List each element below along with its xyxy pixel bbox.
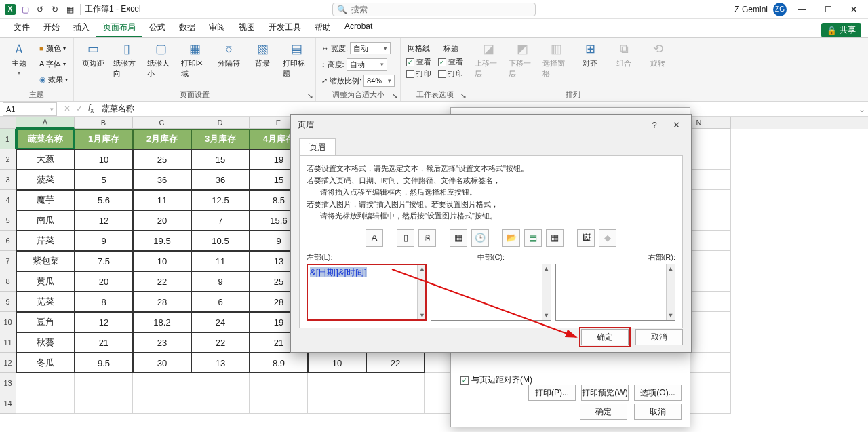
cell-A1[interactable]: 蔬菜名称 (16, 129, 75, 149)
format-picture-tool[interactable]: ◆ (599, 229, 616, 247)
cancel-formula-icon[interactable]: ✕ (64, 104, 71, 113)
scale-launcher[interactable]: ↘ (391, 92, 399, 100)
cell-D14[interactable] (191, 393, 250, 414)
cell-B12[interactable]: 9.5 (75, 353, 133, 373)
cell-A9[interactable]: 苋菜 (16, 292, 75, 312)
size-button[interactable]: ▢纸张大小 (147, 41, 174, 79)
filepath-tool[interactable]: 📂 (502, 229, 520, 247)
cell-A2[interactable]: 大葱 (16, 149, 75, 170)
row-head-2[interactable]: 2 (0, 149, 16, 170)
cell-H14[interactable] (425, 393, 443, 414)
maximize-button[interactable]: ☐ (818, 3, 838, 16)
effects-button[interactable]: ◉效果▾ (39, 72, 68, 87)
tab-视图[interactable]: 视图 (232, 19, 262, 37)
row-head-3[interactable]: 3 (0, 170, 16, 190)
print-preview-button[interactable]: 打印预览(W) (581, 385, 629, 401)
header-cancel-button[interactable]: 取消 (635, 329, 683, 345)
tab-公式[interactable]: 公式 (142, 19, 172, 37)
cell-A8[interactable]: 黄瓜 (16, 271, 75, 292)
page-count-tool[interactable]: ⎘ (418, 229, 436, 247)
row-head-14[interactable]: 14 (0, 393, 16, 414)
cell-E14[interactable] (250, 393, 308, 414)
cell-C6[interactable]: 19.5 (133, 231, 191, 251)
row-head-9[interactable]: 9 (0, 292, 16, 312)
filename-tool[interactable]: ▤ (524, 229, 542, 247)
cell-A12[interactable]: 冬瓜 (16, 353, 75, 373)
cell-D13[interactable] (191, 373, 250, 393)
qat-custom-icon[interactable]: ▦ (64, 3, 76, 16)
cell-G12[interactable]: 22 (366, 353, 425, 373)
cell-C4[interactable]: 11 (133, 190, 191, 210)
cell-B9[interactable]: 8 (75, 292, 133, 312)
cell-D2[interactable]: 15 (191, 149, 250, 170)
format-text-tool[interactable]: A (366, 229, 383, 247)
cell-B2[interactable]: 10 (75, 149, 133, 170)
col-head-B[interactable]: B (75, 117, 133, 129)
cell-C14[interactable] (133, 393, 191, 414)
avatar[interactable]: ZG (773, 3, 787, 16)
fx-icon[interactable]: fx (88, 103, 94, 114)
row-head-8[interactable]: 8 (0, 271, 16, 292)
share-button[interactable]: 🔒 共享 (821, 23, 861, 37)
cell-A13[interactable] (16, 373, 75, 393)
cell-C3[interactable]: 36 (133, 170, 191, 190)
cell-D12[interactable]: 13 (191, 353, 250, 373)
gridlines-view-check[interactable]: ✓查看 (406, 57, 431, 67)
cell-B4[interactable]: 5.6 (75, 190, 133, 210)
cell-B5[interactable]: 12 (75, 210, 133, 231)
tab-数据[interactable]: 数据 (172, 19, 202, 37)
cell-A10[interactable]: 豆角 (16, 312, 75, 332)
headings-view-check[interactable]: ✓查看 (438, 57, 463, 67)
cell-D4[interactable]: 12.5 (191, 190, 250, 210)
page-number-tool[interactable]: ▯ (397, 229, 414, 247)
cell-C8[interactable]: 22 (133, 271, 191, 292)
cell-B14[interactable] (75, 393, 133, 414)
cell-D5[interactable]: 7 (191, 210, 250, 231)
tab-开始[interactable]: 开始 (37, 19, 66, 37)
cell-D11[interactable]: 22 (191, 332, 250, 353)
name-box[interactable]: A1 (3, 102, 57, 116)
cell-B11[interactable]: 21 (75, 332, 133, 353)
align-with-margins-check[interactable]: ✓与页边距对齐(M) (460, 374, 532, 386)
save-icon[interactable]: ▢ (19, 3, 31, 16)
cell-C7[interactable]: 10 (133, 251, 191, 271)
cell-E13[interactable] (250, 373, 308, 393)
margins-button[interactable]: ▭页边距 (79, 41, 106, 68)
cell-F12[interactable]: 10 (308, 353, 366, 373)
height-dropdown[interactable]: 自动 (347, 58, 387, 71)
cell-A4[interactable]: 魔芋 (16, 190, 75, 210)
cell-E12[interactable]: 8.9 (250, 353, 308, 373)
breaks-button[interactable]: ⎏分隔符 (215, 41, 242, 68)
tab-开发工具[interactable]: 开发工具 (262, 19, 308, 37)
row-head-4[interactable]: 4 (0, 190, 16, 210)
cell-G13[interactable] (366, 373, 425, 393)
headings-print-check[interactable]: 打印 (438, 68, 463, 79)
cell-C2[interactable]: 25 (133, 149, 191, 170)
gridlines-print-check[interactable]: 打印 (406, 68, 431, 79)
insert-picture-tool[interactable]: 🖼 (577, 229, 595, 247)
cell-C5[interactable]: 20 (133, 210, 191, 231)
align-button[interactable]: ⊞对齐 (576, 41, 604, 68)
tab-审阅[interactable]: 审阅 (202, 19, 232, 37)
cell-B6[interactable]: 9 (75, 231, 133, 251)
themes-button[interactable]: Ａ 主题 ▾ (5, 41, 33, 76)
row-head-6[interactable]: 6 (0, 231, 16, 251)
cell-C10[interactable]: 18.2 (133, 312, 191, 332)
tab-页面布局[interactable]: 页面布局 (96, 19, 142, 37)
cell-D9[interactable]: 6 (191, 292, 250, 312)
undo-icon[interactable]: ↺ (34, 3, 46, 16)
cell-C12[interactable]: 30 (133, 353, 191, 373)
tab-Acrobat[interactable]: Acrobat (338, 19, 379, 37)
row-head-5[interactable]: 5 (0, 210, 16, 231)
cell-B10[interactable]: 12 (75, 312, 133, 332)
right-header-box[interactable]: ▲▼ (555, 264, 675, 321)
print-titles-button[interactable]: ▤打印标题 (283, 41, 310, 79)
time-tool[interactable]: 🕒 (471, 229, 489, 247)
row-head-13[interactable]: 13 (0, 373, 16, 393)
cell-H12[interactable] (425, 353, 443, 373)
formula-expand-icon[interactable]: ⌄ (856, 104, 868, 114)
tab-插入[interactable]: 插入 (66, 19, 96, 37)
print-button[interactable]: 打印(P)... (528, 385, 576, 401)
cell-C9[interactable]: 28 (133, 292, 191, 312)
cell-A14[interactable] (16, 393, 75, 414)
